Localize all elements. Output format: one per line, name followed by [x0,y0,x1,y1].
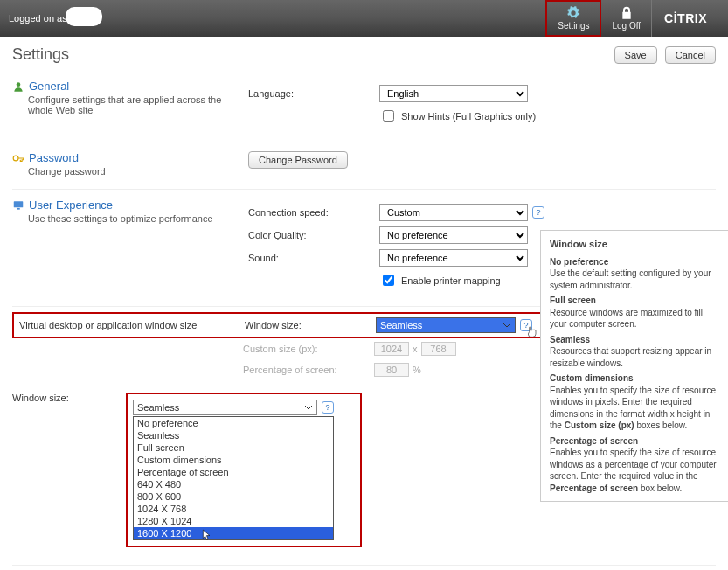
help-icon[interactable]: ? [322,401,334,414]
window-size-listbox[interactable]: No preferenceSeamlessFull screenCustom d… [133,416,334,540]
general-title: General [29,80,69,93]
window-size-option[interactable]: 640 X 480 [134,478,333,490]
show-hints-checkbox[interactable] [383,110,394,122]
ux-title: User Experience [29,198,113,212]
help-icon[interactable]: ? [532,206,544,219]
top-bar: Logged on as: s Settings Log Off CİTRIX [0,0,728,37]
cursor-arrow-icon [201,528,213,542]
svg-rect-2 [14,201,24,207]
password-section: Password Change password Change Password [12,142,716,190]
key-icon [12,152,24,164]
settings-nav-button[interactable]: Settings [545,0,601,37]
username-redaction [66,7,102,26]
color-label: Color Quality: [248,230,379,240]
settings-nav-label: Settings [558,21,589,31]
conn-speed-select[interactable]: Custom [379,204,528,221]
language-select[interactable]: English [379,85,528,102]
window-size-option[interactable]: Full screen [134,441,333,454]
percentage-label: Percentage of screen: [243,365,374,375]
chevron-down-icon [503,321,511,330]
person-icon [12,80,24,93]
conn-speed-label: Connection speed: [248,207,379,218]
ux-desc: Use these settings to optimize performan… [28,213,248,224]
logoff-nav-label: Log Off [612,21,641,31]
window-size-tooltip: Window size No preferenceUse the default… [540,230,728,502]
page-title: Settings [12,45,69,64]
sound-label: Sound: [248,253,379,263]
window-size-dropdown-field[interactable]: Seamless [133,400,317,415]
window-size-option[interactable]: Percentage of screen [134,466,333,478]
password-title: Password [29,151,79,164]
virtual-row-label: Virtual desktop or application window si… [19,320,245,330]
monitor-icon [12,199,24,212]
sound-select[interactable]: No preference [379,249,528,267]
printer-checkbox[interactable] [383,275,394,286]
svg-point-0 [17,82,21,87]
custom-height-input[interactable] [421,342,456,356]
window-size-option[interactable]: Custom dimensions [134,454,333,466]
window-size-dropdown-expanded: Seamless ? No preferenceSeamlessFull scr… [126,393,362,547]
logoff-nav-button[interactable]: Log Off [601,0,651,37]
window-size-option[interactable]: 1024 X 768 [134,503,333,515]
window-size-option[interactable]: 1280 X 1024 [134,515,333,527]
svg-rect-3 [17,207,20,209]
general-desc: Configure settings that are applied acro… [28,94,248,115]
save-button-top[interactable]: Save [614,46,657,64]
change-password-button[interactable]: Change Password [248,151,348,169]
color-select[interactable]: No preference [379,226,528,244]
language-label: Language: [248,88,379,99]
custom-width-input[interactable] [374,342,409,356]
window-size-label: Window size: [245,320,376,330]
printer-label: Enable printer mapping [401,275,501,286]
chevron-down-icon [304,403,313,412]
citrix-brand: CİTRIX [651,0,719,37]
gear-icon [566,6,580,20]
custom-size-label: Custom size (px): [243,344,374,354]
window-size-option[interactable]: 1600 X 1200 [134,527,333,539]
general-section: General Configure settings that are appl… [12,71,716,142]
show-hints-label: Show Hints (Full Graphics only) [401,111,536,122]
window-size-option[interactable]: Seamless [134,429,333,441]
percentage-input[interactable] [374,363,409,377]
svg-point-1 [13,156,18,161]
cursor-hand-icon [525,324,539,340]
lock-icon [620,6,634,20]
window-size-option[interactable]: 800 X 600 [134,490,333,503]
window-size-option[interactable]: No preference [134,417,333,429]
cancel-button-top[interactable]: Cancel [665,46,716,64]
window-size-select[interactable]: Seamless [376,317,516,333]
password-desc: Change password [28,166,248,177]
window-size-label-2: Window size: [12,393,69,403]
